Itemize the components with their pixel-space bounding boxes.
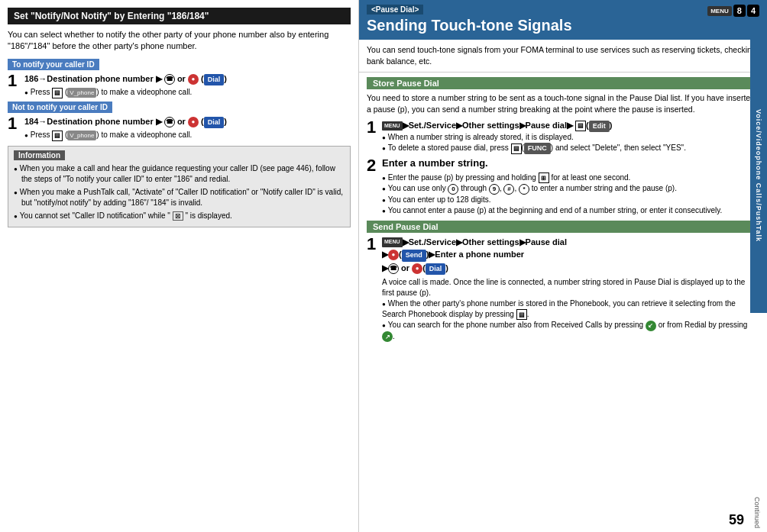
dial-btn-notify: Dial xyxy=(204,74,225,86)
r-step-line-1-store: MENU▶Set./Service▶Other settings▶Pause d… xyxy=(382,119,759,133)
left-panel: Set "Notify/Not Notify" by Entering "186… xyxy=(0,0,359,532)
vphone-icon-not: ▤ xyxy=(52,131,63,141)
red-icon-send: ● xyxy=(412,263,422,274)
hash-icon: # xyxy=(503,184,514,195)
vphone-btn-notify: V_phone xyxy=(67,88,96,98)
r-step-sub-1-store-1: When a number string is already stored, … xyxy=(382,132,759,143)
r-bullet-1 xyxy=(382,133,388,141)
step-notify: 1 186→Destination phone number ▶ ☎ or ● … xyxy=(8,73,351,98)
red-btn-notify: ● xyxy=(188,74,199,85)
red-btn-not: ● xyxy=(188,117,199,127)
arrow-icon-notify: ▶ xyxy=(156,74,162,83)
r-step-1-store: 1 MENU▶Set./Service▶Other settings▶Pause… xyxy=(367,119,759,154)
send-section-title: Send Pause Dial xyxy=(367,221,759,233)
call-icon-send: ☎ xyxy=(388,263,399,274)
phonebook-icon: ▤ xyxy=(516,309,527,320)
r-bullet-6 xyxy=(382,206,388,214)
r-step-body-send: A voice call is made. Once the line is c… xyxy=(382,277,759,298)
not-notify-label: Not to notify your caller ID xyxy=(8,102,112,113)
hold-icon: ⊞ xyxy=(539,172,549,183)
vphone-icon-notify: ▤ xyxy=(52,88,63,98)
vphone-btn-not: V_phone xyxy=(67,131,96,140)
step-line-notify: 186→Destination phone number ▶ ☎ or ● (D… xyxy=(24,73,351,86)
left-section-title: Set "Notify/Not Notify" by Entering "186… xyxy=(8,8,351,24)
r-step-sub-2-4: You cannot enter a pause (p) at the begi… xyxy=(382,205,759,216)
bullet-not xyxy=(24,131,31,139)
call-icon-notify: ☎ xyxy=(164,74,175,85)
r-step-sub-send-1: When the other party's phone number is s… xyxy=(382,298,759,320)
r-step-line-1-send: MENU▶Set./Service▶Other settings▶Pause d… xyxy=(382,236,759,276)
zero-icon: 0 xyxy=(448,184,458,195)
r-bullet-7 xyxy=(382,299,388,308)
info-item-1: When you make a call and hear the guidan… xyxy=(14,163,345,185)
or-text-notify: or xyxy=(177,74,188,83)
step-not-notify: 1 184→Destination phone number ▶ ☎ or ● … xyxy=(8,115,351,141)
star-icon: * xyxy=(519,184,529,195)
notify-label: To notify your caller ID xyxy=(8,59,99,70)
menu-badge: MENU 8 4 xyxy=(707,5,759,17)
r-step-content-2-store: Enter a number string. Enter the pause (… xyxy=(382,157,759,216)
or-text-not: or xyxy=(177,117,188,126)
right-content: Store Pause Dial You need to store a num… xyxy=(359,77,767,342)
send-btn: Send xyxy=(402,250,426,262)
left-intro: You can select whether to notify the oth… xyxy=(8,29,351,53)
bullet-notify xyxy=(24,88,31,96)
r-step-content-1-send: MENU▶Set./Service▶Other settings▶Pause d… xyxy=(382,236,759,343)
dial-btn-not: Dial xyxy=(204,117,225,129)
info-item-2: When you make a PushTalk call, "Activate… xyxy=(14,187,345,209)
edit-btn: Edit xyxy=(589,121,610,133)
step-num-1-not: 1 xyxy=(8,115,21,132)
r-step-title-2-store: Enter a number string. xyxy=(382,157,759,170)
send-icon: ● xyxy=(388,250,399,260)
page-number: 59 xyxy=(729,512,744,528)
r-step-1-send: 1 MENU▶Set./Service▶Other settings▶Pause… xyxy=(367,236,759,343)
info-item-3: You cannot set "Caller ID notification" … xyxy=(14,211,345,222)
r-bullet-4 xyxy=(382,184,388,192)
step-sub-not: Press ▤ (V_phone) to make a videophone c… xyxy=(24,130,351,140)
right-title: Sending Touch-tone Signals xyxy=(367,17,759,34)
r-step-num-1-store: 1 xyxy=(367,119,379,136)
right-panel: <Pause Dial> Sending Touch-tone Signals … xyxy=(359,0,767,532)
badge-num-1: 8 xyxy=(733,5,746,17)
r-bullet-3 xyxy=(382,173,388,182)
r-step-num-1-send: 1 xyxy=(367,236,379,253)
nine-icon: 9 xyxy=(489,184,500,195)
store-intro: You need to store a number string to be … xyxy=(367,92,759,114)
right-panel-inner: <Pause Dial> Sending Touch-tone Signals … xyxy=(359,0,767,532)
r-bullet-8 xyxy=(382,321,388,329)
r-step-sub-2-1: Enter the pause (p) by pressing and hold… xyxy=(382,172,759,183)
r-step-sub-send-2: You can search for the phone number also… xyxy=(382,320,759,342)
call-icon-not: ☎ xyxy=(164,117,175,127)
step-content-not: 184→Destination phone number ▶ ☎ or ● (D… xyxy=(24,115,351,141)
r-step-sub-1-store-2: To delete a stored pause dial, press ▤(F… xyxy=(382,143,759,154)
arrow-icon-not: ▶ xyxy=(156,117,162,126)
store-section-title: Store Pause Dial xyxy=(367,77,759,89)
information-box: Information When you make a call and hea… xyxy=(8,146,351,228)
edit-icon: ▤ xyxy=(575,121,586,131)
r-step-num-2-store: 2 xyxy=(367,157,379,174)
r-step-sub-2-2: You can use only 0 through 9, #, * to en… xyxy=(382,183,759,194)
step-line-not: 184→Destination phone number ▶ ☎ or ● (D… xyxy=(24,115,351,129)
menu-small-icon-2: MENU xyxy=(382,237,403,247)
redial-icon: ↗ xyxy=(382,331,393,342)
r-step-2-store: 2 Enter a number string. Enter the pause… xyxy=(367,157,759,216)
step-content-notify: 186→Destination phone number ▶ ☎ or ● (D… xyxy=(24,73,351,98)
r-bullet-5 xyxy=(382,195,388,204)
menu-small-icon: MENU xyxy=(382,121,403,131)
side-tab: Voice/Videophone Calls/PushTalk xyxy=(750,38,767,313)
right-intro: You can send touch-tone signals from you… xyxy=(359,40,767,73)
r-bullet-2 xyxy=(382,143,388,152)
step-num-1-notify: 1 xyxy=(8,73,21,89)
right-header: <Pause Dial> Sending Touch-tone Signals … xyxy=(359,0,767,40)
r-step-sub-2-3: You can enter up to 128 digits. xyxy=(382,195,759,205)
info-title: Information xyxy=(14,150,65,160)
func-icon: ▤ xyxy=(511,143,522,154)
received-icon: ↙ xyxy=(646,321,656,331)
pause-dial-label: <Pause Dial> xyxy=(367,5,423,15)
badge-num-2: 4 xyxy=(747,5,759,17)
r-step-content-1-store: MENU▶Set./Service▶Other settings▶Pause d… xyxy=(382,119,759,154)
step-sub-notify: Press ▤ (V_phone) to make a videophone c… xyxy=(24,87,351,98)
dial-btn-send: Dial xyxy=(426,263,446,276)
continued-label: Continued xyxy=(753,497,761,528)
func-btn: FUNC xyxy=(524,143,551,154)
